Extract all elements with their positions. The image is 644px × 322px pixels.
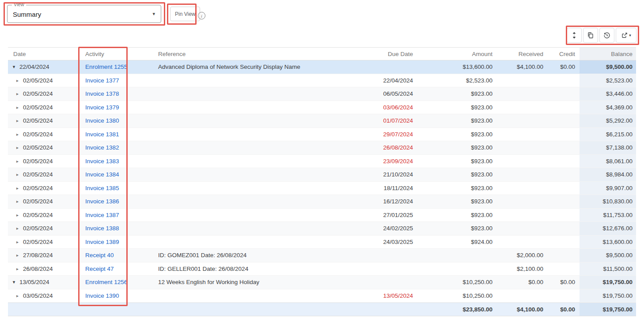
table-row[interactable]: ▸ 02/05/2024 Invoice 1381 29/07/2024 $92…	[8, 128, 636, 142]
table-row[interactable]: ▸ 26/08/2024 Receipt 47 ID: GELLER001 Da…	[8, 262, 636, 276]
amount-cell: $923.00	[417, 195, 497, 208]
table-row[interactable]: ▸ 02/05/2024 Invoice 1383 23/09/2024 $92…	[8, 155, 636, 168]
column-header-credit[interactable]: Credit	[548, 48, 580, 60]
history-button[interactable]	[599, 28, 614, 43]
activity-link[interactable]: Invoice 1378	[85, 90, 119, 97]
expand-arrow-icon[interactable]: ▸	[15, 105, 20, 110]
column-header-activity[interactable]: Activity	[79, 48, 128, 60]
expand-arrow-icon[interactable]: ▸	[15, 159, 20, 164]
balance-cell: $2,523.00	[580, 74, 636, 87]
copy-icon	[587, 32, 594, 39]
export-button[interactable]: ▾	[616, 28, 636, 43]
expand-arrow-icon[interactable]: ▸	[15, 293, 20, 298]
table-row[interactable]: ▸ 03/05/2024 Invoice 1390 13/05/2024 $10…	[8, 289, 636, 303]
expand-arrow-icon[interactable]: ▸	[15, 199, 20, 204]
table-row[interactable]: ▸ 02/05/2024 Invoice 1380 01/07/2024 $92…	[8, 114, 636, 128]
expand-arrow-icon[interactable]: ▸	[15, 172, 20, 177]
credit-cell	[548, 87, 580, 101]
expand-arrow-icon[interactable]: ▸	[15, 213, 20, 217]
received-cell: $2,000.00	[497, 249, 548, 262]
date-value: 02/05/2024	[23, 144, 53, 151]
activity-link[interactable]: Invoice 1379	[85, 104, 119, 111]
date-cell: ▸ 02/05/2024	[8, 236, 79, 249]
activity-link[interactable]: Invoice 1388	[85, 225, 119, 232]
balance-cell: $19,750.00	[580, 276, 636, 289]
activity-cell: Invoice 1385	[79, 182, 128, 195]
received-cell	[497, 87, 548, 101]
table-row[interactable]: ▸ 02/05/2024 Invoice 1387 27/01/2025 $92…	[8, 209, 636, 222]
expand-arrow-icon[interactable]: ▸	[15, 266, 20, 271]
activity-link[interactable]: Invoice 1377	[85, 77, 119, 84]
activity-link[interactable]: Invoice 1380	[85, 117, 119, 124]
amount-cell: $13,600.00	[417, 60, 497, 74]
received-cell	[497, 236, 548, 249]
activity-link[interactable]: Invoice 1385	[85, 185, 119, 191]
activity-link[interactable]: Enrolment 1255	[85, 64, 127, 70]
table-row[interactable]: ▸ 02/05/2024 Invoice 1385 18/11/2024 $92…	[8, 182, 636, 195]
amount-cell: $923.00	[417, 101, 497, 114]
totals-credit: $0.00	[548, 303, 580, 316]
view-select[interactable]: View Summary ▾	[7, 5, 161, 23]
credit-cell	[548, 155, 580, 168]
expand-arrow-icon[interactable]: ▸	[15, 240, 20, 244]
table-row[interactable]: ▸ 27/08/2024 Receipt 40 ID: GOMEZ001 Dat…	[8, 249, 636, 262]
activity-link[interactable]: Invoice 1381	[85, 131, 119, 138]
table-row[interactable]: ▸ 02/05/2024 Invoice 1388 24/02/2025 $92…	[8, 222, 636, 236]
reference-cell	[128, 182, 349, 195]
expand-arrow-icon[interactable]: ▸	[15, 145, 20, 150]
activity-link[interactable]: Invoice 1389	[85, 239, 119, 245]
credit-cell	[548, 74, 580, 87]
due-date-cell: 06/05/2024	[349, 87, 417, 101]
column-header-date[interactable]: Date	[8, 48, 79, 60]
received-cell	[497, 74, 548, 87]
column-header-received[interactable]: Received	[497, 48, 548, 60]
activity-link[interactable]: Invoice 1383	[85, 158, 119, 165]
balance-cell: $11,753.00	[580, 209, 636, 222]
pin-view-button[interactable]: Pin View	[170, 7, 200, 21]
received-cell	[497, 114, 548, 127]
due-date-cell: 26/08/2024	[349, 141, 417, 154]
info-icon[interactable]: i	[198, 12, 205, 19]
activity-link[interactable]: Invoice 1384	[85, 171, 119, 178]
date-value: 02/05/2024	[23, 171, 53, 178]
expand-arrow-icon[interactable]: ▾	[11, 64, 16, 70]
expand-arrow-icon[interactable]: ▸	[15, 118, 20, 123]
activity-link[interactable]: Enrolment 1256	[85, 279, 127, 285]
copy-button[interactable]	[583, 28, 598, 43]
column-header-due-date[interactable]: Due Date	[349, 48, 417, 60]
date-cell: ▸ 02/05/2024	[8, 141, 79, 154]
expand-arrow-icon[interactable]: ▸	[15, 78, 20, 83]
table-row[interactable]: ▸ 02/05/2024 Invoice 1389 24/03/2025 $92…	[8, 236, 636, 249]
expand-arrow-icon[interactable]: ▸	[15, 132, 20, 137]
activity-link[interactable]: Receipt 40	[85, 252, 114, 258]
table-row[interactable]: ▸ 02/05/2024 Invoice 1382 26/08/2024 $92…	[8, 141, 636, 155]
expand-arrow-icon[interactable]: ▸	[15, 186, 20, 191]
table-row[interactable]: ▸ 02/05/2024 Invoice 1384 21/10/2024 $92…	[8, 168, 636, 182]
expand-arrow-icon[interactable]: ▸	[15, 91, 20, 96]
activity-link[interactable]: Invoice 1386	[85, 198, 119, 205]
reference-cell: ID: GOMEZ001 Date: 26/08/2024	[128, 249, 349, 262]
expand-arrow-icon[interactable]: ▸	[15, 253, 20, 258]
balance-cell: $11,500.00	[580, 262, 636, 276]
received-cell	[497, 289, 548, 303]
expand-arrow-icon[interactable]: ▸	[15, 226, 20, 231]
totals-reference-cell	[128, 303, 349, 316]
table-row[interactable]: ▾ 13/05/2024 Enrolment 1256 12 Weeks Eng…	[8, 276, 636, 289]
activity-link[interactable]: Invoice 1382	[85, 144, 119, 151]
activity-link[interactable]: Receipt 47	[85, 266, 114, 272]
activity-link[interactable]: Invoice 1390	[85, 292, 119, 299]
table-row[interactable]: ▾ 22/04/2024 Enrolment 1255 Advanced Dip…	[8, 60, 636, 74]
activity-link[interactable]: Invoice 1387	[85, 212, 119, 218]
balance-cell: $13,600.00	[580, 236, 636, 249]
table-row[interactable]: ▸ 02/05/2024 Invoice 1378 06/05/2024 $92…	[8, 87, 636, 101]
table-row[interactable]: ▸ 02/05/2024 Invoice 1386 16/12/2024 $92…	[8, 195, 636, 209]
expand-rows-button[interactable]	[567, 28, 582, 43]
credit-cell	[548, 141, 580, 154]
table-row[interactable]: ▸ 02/05/2024 Invoice 1379 03/06/2024 $92…	[8, 101, 636, 115]
table-toolbar: ▾	[567, 28, 636, 43]
column-header-amount[interactable]: Amount	[417, 48, 497, 60]
column-header-balance[interactable]: Balance	[580, 48, 636, 60]
table-row[interactable]: ▸ 02/05/2024 Invoice 1377 22/04/2024 $2,…	[8, 74, 636, 88]
column-header-reference[interactable]: Reference	[128, 48, 349, 60]
expand-arrow-icon[interactable]: ▾	[11, 279, 16, 285]
